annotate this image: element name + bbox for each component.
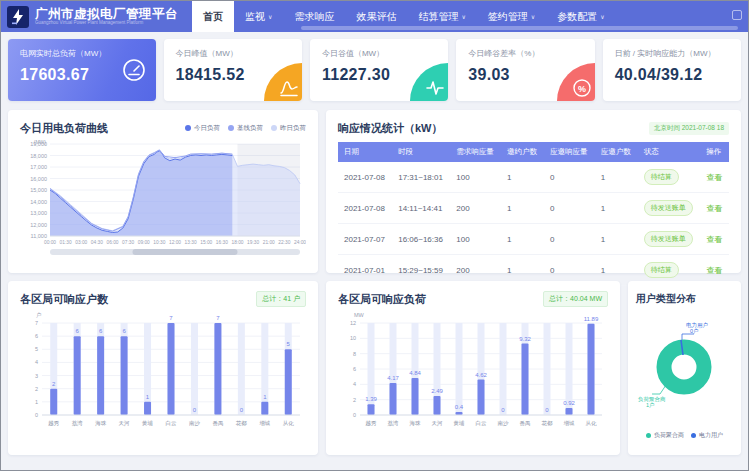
nav-item-0[interactable]: 首页 <box>192 1 234 32</box>
svg-text:07:30: 07:30 <box>122 240 134 245</box>
chevron-down-icon: ∨ <box>268 13 272 20</box>
kpi-row: 电网实时总负荷（MW）17603.67今日峰值（MW）18415.52今日谷值（… <box>8 39 741 101</box>
kpi-card-4: 日前 / 实时响应能力（MW）40.04/39.12 <box>603 39 741 101</box>
table-header-cell: 应邀户数 <box>595 142 638 162</box>
fullscreen-icon[interactable] <box>732 10 742 20</box>
cell-resp-load: 0 <box>544 193 595 224</box>
load-curve-title: 今日用电负荷曲线 <box>20 121 108 136</box>
kpi-label: 今日峰谷差率（%） <box>468 48 582 59</box>
table-row: 2021-07-0817:31~18:01100101待结算查看 <box>338 162 729 193</box>
view-link[interactable]: 查看 <box>706 204 722 213</box>
status-badge: 待发送账单 <box>644 231 693 247</box>
view-link[interactable]: 查看 <box>706 173 722 182</box>
svg-text:12,000: 12,000 <box>30 222 47 228</box>
cell-period: 14:11~14:41 <box>392 193 450 224</box>
svg-text:6: 6 <box>353 366 356 372</box>
svg-text:荔湾: 荔湾 <box>388 420 400 427</box>
svg-text:22:30: 22:30 <box>278 240 290 245</box>
svg-text:1.39: 1.39 <box>365 396 377 402</box>
cell-date: 2021-07-07 <box>338 224 392 255</box>
table-header-cell: 状态 <box>638 142 700 162</box>
svg-text:7: 7 <box>35 320 38 326</box>
svg-text:9.32: 9.32 <box>519 336 531 342</box>
svg-text:3: 3 <box>35 373 38 379</box>
cell-date: 2021-07-08 <box>338 193 392 224</box>
load-curve-panel: 今日用电负荷曲线 今日负荷基线负荷昨日负荷 (MW)11,00012,00013… <box>8 110 318 273</box>
kpi-label: 今日峰值（MW） <box>176 48 290 59</box>
svg-text:19:30: 19:30 <box>247 240 259 245</box>
district-households-title: 各区局可响应户数 <box>20 292 108 307</box>
kpi-value: 40.04/39.12 <box>615 66 729 84</box>
cell-demand: 100 <box>450 224 501 255</box>
svg-text:1: 1 <box>35 399 38 405</box>
load-curve-chart[interactable]: (MW)11,00012,00013,00014,00015,00016,000… <box>20 138 306 262</box>
legend-item[interactable]: 今日负荷 <box>185 124 220 133</box>
legend-item[interactable]: 负荷聚合商 <box>646 431 684 440</box>
cell-resp-load: 0 <box>544 224 595 255</box>
district-households-chart[interactable]: 户012345672越秀6荔湾6海珠6天河1黄埔7白云0南沙7番禺0花都1增城5… <box>20 309 306 449</box>
svg-text:12: 12 <box>350 320 356 326</box>
chevron-down-icon: ∨ <box>531 13 535 20</box>
svg-text:10: 10 <box>350 335 356 341</box>
svg-text:4.84: 4.84 <box>409 370 421 376</box>
peak-curve-icon <box>279 78 299 98</box>
view-link[interactable]: 查看 <box>706 235 722 244</box>
cell-period: 17:31~18:01 <box>392 162 450 193</box>
svg-text:户: 户 <box>36 312 42 318</box>
table-header-cell: 需求响应量 <box>450 142 501 162</box>
svg-text:4: 4 <box>353 381 356 387</box>
response-stats-panel: 响应情况统计（kW） 北京时间 2021-07-08 18 日期时段需求响应量邀… <box>326 110 741 273</box>
svg-text:黄埔: 黄埔 <box>454 420 466 426</box>
nav-item-1[interactable]: 监视∨ <box>234 1 283 32</box>
svg-text:06:00: 06:00 <box>106 240 118 245</box>
legend-item[interactable]: 电力用户 <box>691 431 723 440</box>
svg-text:15:00: 15:00 <box>200 240 212 245</box>
district-load-chart[interactable]: MW0246810121.39越秀4.17荔湾4.84海珠2.49天河0.4黄埔… <box>338 309 608 449</box>
svg-text:03:00: 03:00 <box>75 240 87 245</box>
table-header-cell: 应邀响应量 <box>544 142 595 162</box>
svg-text:8: 8 <box>353 351 356 357</box>
svg-text:01:30: 01:30 <box>60 240 72 245</box>
svg-text:7: 7 <box>216 315 220 321</box>
lightning-icon <box>7 6 29 28</box>
load-total-badge: 总计：40.04 MW <box>543 291 608 307</box>
svg-text:12:00: 12:00 <box>169 240 181 245</box>
svg-text:番禺: 番禺 <box>212 420 223 427</box>
svg-text:海珠: 海珠 <box>95 420 107 427</box>
table-header-cell: 操作 <box>700 142 729 162</box>
svg-text:海珠: 海珠 <box>410 420 422 427</box>
svg-text:花都: 花都 <box>236 420 248 427</box>
svg-text:04:30: 04:30 <box>91 240 103 245</box>
svg-text:16,000: 16,000 <box>30 176 47 182</box>
user-type-donut-chart[interactable]: 电力用户0户负荷聚合商1户 <box>636 309 733 425</box>
svg-text:21:00: 21:00 <box>263 240 275 245</box>
cell-resp-load: 0 <box>544 162 595 193</box>
svg-text:4.17: 4.17 <box>387 375 399 381</box>
district-load-panel: 各区局可响应负荷 总计：40.04 MW MW0246810121.39越秀4.… <box>326 281 620 455</box>
dashboard: 电网实时总负荷（MW）17603.67今日峰值（MW）18415.52今日谷值（… <box>1 32 748 470</box>
legend-item[interactable]: 基线负荷 <box>228 124 263 133</box>
response-stats-table: 日期时段需求响应量邀约户数应邀响应量应邀户数状态操作 2021-07-0817:… <box>338 142 729 286</box>
svg-text:越秀: 越秀 <box>48 420 60 427</box>
view-link[interactable]: 查看 <box>706 266 722 275</box>
beijing-time-badge: 北京时间 2021-07-08 18 <box>649 122 729 135</box>
svg-text:黄埔: 黄埔 <box>142 420 154 426</box>
svg-text:花都: 花都 <box>542 420 554 427</box>
user-type-legend: 负荷聚合商电力用户 <box>636 431 733 440</box>
svg-text:0.92: 0.92 <box>563 400 575 406</box>
svg-text:11.89: 11.89 <box>584 316 599 322</box>
legend-item[interactable]: 昨日负荷 <box>271 124 306 133</box>
svg-text:2: 2 <box>35 386 38 392</box>
kpi-card-3: 今日峰谷差率（%）39.03% <box>456 39 594 101</box>
svg-text:南沙: 南沙 <box>189 420 201 427</box>
svg-text:从化: 从化 <box>283 420 295 427</box>
table-header-cell: 邀约户数 <box>501 142 544 162</box>
cell-demand: 200 <box>450 193 501 224</box>
svg-text:5: 5 <box>35 346 38 352</box>
svg-text:增城: 增城 <box>564 420 576 426</box>
svg-text:14,000: 14,000 <box>30 199 47 205</box>
app-title: 广州市虚拟电厂管理平台 <box>35 8 178 21</box>
nav-scrollbar[interactable] <box>301 26 738 30</box>
cell-resp-users: 1 <box>595 224 638 255</box>
svg-text:00:00: 00:00 <box>44 240 56 245</box>
